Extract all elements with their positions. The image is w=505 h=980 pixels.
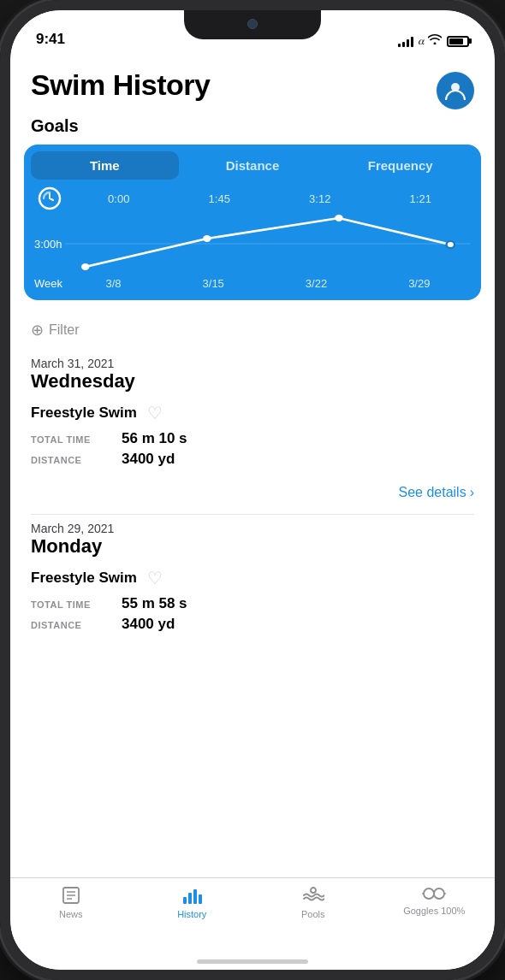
tab-bar: News History Pools bbox=[10, 877, 495, 953]
phone-screen: 9:41 𝛼 bbox=[10, 10, 495, 970]
day-label-1: Wednesday bbox=[31, 370, 474, 393]
see-details-text-1: See details bbox=[399, 485, 466, 500]
workout-card-2: Freestyle Swim ♡ TOTAL TIME 55 m 58 s DI… bbox=[10, 559, 495, 645]
chart-x-1: 3/15 bbox=[203, 277, 224, 290]
chart-x-3: 3/29 bbox=[408, 277, 430, 290]
divider-1 bbox=[31, 514, 474, 515]
chart-y-label: 3:00h bbox=[34, 238, 62, 251]
day-label-2: Monday bbox=[31, 535, 474, 558]
home-bar bbox=[197, 959, 308, 964]
svg-point-16 bbox=[424, 888, 434, 899]
chart-val-0: 0:00 bbox=[108, 192, 129, 205]
tab-goggles-label: Goggles 100% bbox=[403, 906, 465, 916]
stat-value-2-0: 55 m 58 s bbox=[122, 595, 187, 612]
stat-value-1-1: 3400 yd bbox=[122, 451, 175, 468]
chart-week-label: Week bbox=[34, 277, 65, 290]
svg-rect-12 bbox=[188, 893, 192, 904]
front-camera bbox=[247, 19, 258, 29]
tab-history[interactable]: History bbox=[132, 885, 253, 919]
stat-row-1-0: TOTAL TIME 56 m 10 s bbox=[31, 430, 474, 447]
goggles-icon bbox=[422, 885, 446, 902]
chart-val-3: 1:21 bbox=[410, 192, 431, 205]
stat-label-1-0: TOTAL TIME bbox=[31, 434, 108, 445]
tab-news-label: News bbox=[59, 909, 83, 919]
workout-title-row-2: Freestyle Swim ♡ bbox=[31, 568, 474, 588]
profile-button[interactable] bbox=[437, 72, 474, 109]
svg-rect-11 bbox=[183, 897, 187, 904]
history-icon bbox=[181, 885, 202, 906]
pools-icon bbox=[302, 885, 324, 906]
svg-point-5 bbox=[335, 215, 342, 221]
home-indicator bbox=[10, 953, 495, 970]
date-header-1: March 31, 2021 Wednesday bbox=[10, 353, 495, 394]
svg-point-17 bbox=[434, 888, 444, 899]
stat-row-2-0: TOTAL TIME 55 m 58 s bbox=[31, 595, 474, 612]
svg-point-4 bbox=[203, 235, 211, 242]
stat-row-2-1: DISTANCE 3400 yd bbox=[31, 616, 474, 633]
clock-icon bbox=[38, 186, 62, 210]
chart-x-0: 3/8 bbox=[105, 277, 121, 290]
goals-chart-card: Time Distance Frequency bbox=[24, 145, 481, 300]
main-content: Swim History Goals Time Distance Frequen… bbox=[10, 55, 495, 877]
filter-label: Filter bbox=[49, 322, 80, 338]
chart-val-2: 3:12 bbox=[309, 192, 330, 205]
status-time: 9:41 bbox=[36, 31, 65, 48]
chevron-right-1: › bbox=[470, 485, 474, 500]
chart-area: 0:00 1:45 3:12 1:21 3:00h bbox=[24, 180, 481, 300]
goals-section-label: Goals bbox=[10, 116, 495, 145]
filter-row[interactable]: ⊕ Filter bbox=[10, 314, 495, 353]
tab-history-label: History bbox=[177, 909, 206, 919]
phone-frame: 9:41 𝛼 bbox=[0, 0, 505, 980]
chart-val-1: 1:45 bbox=[209, 192, 230, 205]
svg-point-3 bbox=[81, 263, 89, 270]
tab-distance[interactable]: Distance bbox=[179, 151, 327, 180]
filter-icon: ⊕ bbox=[31, 321, 44, 339]
stat-value-2-1: 3400 yd bbox=[122, 616, 175, 633]
date-header-2: March 29, 2021 Monday bbox=[10, 518, 495, 559]
stat-label-2-0: TOTAL TIME bbox=[31, 599, 108, 610]
stat-value-1-0: 56 m 10 s bbox=[122, 430, 187, 447]
date-label-2: March 29, 2021 bbox=[31, 522, 474, 535]
wifi-icon: 𝛼 bbox=[419, 34, 442, 48]
tab-news[interactable]: News bbox=[10, 885, 132, 919]
workout-title-1: Freestyle Swim bbox=[31, 404, 137, 422]
status-icons: 𝛼 bbox=[398, 34, 469, 48]
svg-rect-13 bbox=[193, 889, 197, 904]
tab-frequency[interactable]: Frequency bbox=[326, 151, 474, 180]
chart-line bbox=[65, 214, 471, 274]
svg-point-15 bbox=[311, 888, 316, 893]
svg-rect-14 bbox=[199, 894, 202, 904]
workout-title-2: Freestyle Swim bbox=[31, 570, 137, 587]
tab-time[interactable]: Time bbox=[31, 151, 179, 180]
battery-icon bbox=[447, 36, 469, 47]
signal-bars bbox=[398, 35, 413, 47]
tab-pools[interactable]: Pools bbox=[253, 885, 374, 919]
notch bbox=[184, 10, 321, 39]
date-label-1: March 31, 2021 bbox=[31, 357, 474, 370]
svg-point-6 bbox=[447, 241, 454, 248]
stat-row-1-1: DISTANCE 3400 yd bbox=[31, 451, 474, 468]
workout-title-row-1: Freestyle Swim ♡ bbox=[31, 403, 474, 423]
header-area: Swim History bbox=[10, 55, 495, 116]
see-details-row-1[interactable]: See details › bbox=[10, 480, 495, 511]
heart-icon-1[interactable]: ♡ bbox=[147, 403, 163, 423]
stat-label-2-1: DISTANCE bbox=[31, 620, 108, 630]
chart-tabs: Time Distance Frequency bbox=[24, 145, 481, 180]
news-icon bbox=[61, 885, 81, 906]
tab-goggles[interactable]: Goggles 100% bbox=[374, 885, 496, 916]
page-title: Swim History bbox=[31, 68, 210, 102]
stat-label-1-1: DISTANCE bbox=[31, 455, 108, 465]
chart-x-2: 3/22 bbox=[306, 277, 327, 290]
tab-pools-label: Pools bbox=[301, 909, 325, 919]
workout-card-1: Freestyle Swim ♡ TOTAL TIME 56 m 10 s DI… bbox=[10, 394, 495, 480]
heart-icon-2[interactable]: ♡ bbox=[147, 568, 163, 588]
